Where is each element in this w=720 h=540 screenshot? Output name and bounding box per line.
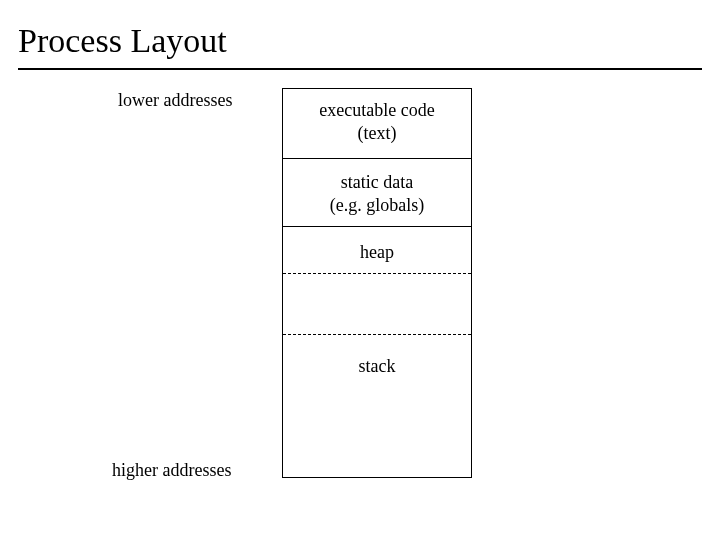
segment-static-line2: (e.g. globals)	[330, 194, 424, 217]
segment-static-data: static data (e.g. globals)	[283, 159, 471, 227]
segment-static-line1: static data	[341, 171, 413, 194]
lower-addresses-label: lower addresses	[118, 90, 232, 111]
segment-stack-label: stack	[359, 355, 396, 378]
page-title: Process Layout	[0, 0, 720, 68]
segment-text-line1: executable code	[319, 99, 434, 122]
segment-text: executable code (text)	[283, 89, 471, 159]
diagram-stage: lower addresses higher addresses executa…	[18, 80, 702, 510]
memory-column: executable code (text) static data (e.g.…	[282, 88, 472, 478]
segment-stack: stack	[283, 335, 471, 405]
higher-addresses-label: higher addresses	[112, 460, 231, 481]
segment-text-line2: (text)	[358, 122, 397, 145]
segment-heap: heap	[283, 227, 471, 273]
segment-heap-label: heap	[360, 241, 394, 264]
segment-free-space	[283, 274, 471, 334]
title-divider	[18, 68, 702, 70]
